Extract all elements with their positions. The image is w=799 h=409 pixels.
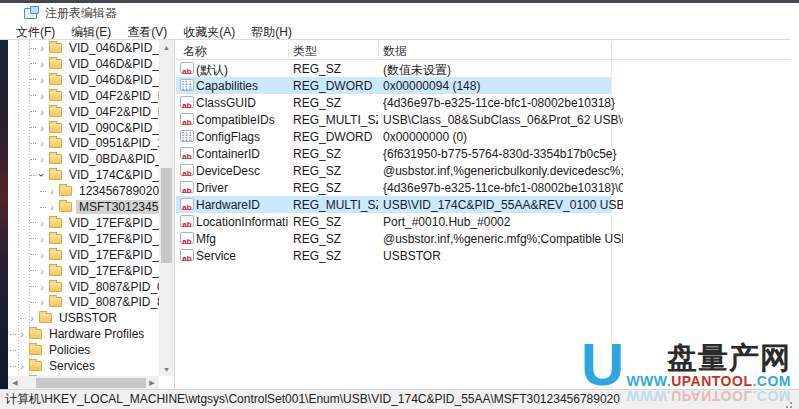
tree-item[interactable]: VID_0951&PID_168 <box>8 135 159 151</box>
tree-item[interactable]: VID_174C&PID_55A <box>8 167 159 183</box>
folder-icon <box>39 313 52 323</box>
column-header-data[interactable]: 数据 <box>383 43 407 60</box>
tree-item[interactable]: VID_046D&PID_C3 <box>8 72 159 88</box>
tree-expand-icon[interactable] <box>37 59 47 69</box>
tree-item[interactable]: Policies <box>8 342 159 358</box>
tree-item[interactable]: VID_17EF&PID_604 <box>8 263 159 279</box>
tree-expand-icon[interactable] <box>37 234 47 244</box>
tree-item[interactable]: VID_04F2&PID_B46 <box>8 88 159 104</box>
tree-expand-icon[interactable] <box>37 250 47 260</box>
table-row[interactable]: Driver REG_SZ {4d36e97b-e325-11ce-bfc1-0… <box>176 179 790 196</box>
tree-expand-icon[interactable] <box>47 186 57 196</box>
menu-help[interactable]: 帮助(H) <box>243 24 300 41</box>
column-separator[interactable] <box>288 42 289 58</box>
value-name: LocationInformati... <box>196 215 288 229</box>
value-name: Capabilities <box>196 79 288 93</box>
tree-expand-icon[interactable] <box>37 154 47 164</box>
folder-icon <box>49 154 62 164</box>
tree-item[interactable]: 123456789020 <box>8 183 159 199</box>
table-row[interactable]: (默认) REG_SZ (数值未设置) <box>176 60 790 77</box>
column-separator[interactable] <box>611 42 612 58</box>
panel-splitter[interactable] <box>174 40 175 389</box>
value-data: {4d36e97b-e325-11ce-bfc1-08002be10318} <box>383 96 623 110</box>
column-header-type[interactable]: 类型 <box>293 43 317 60</box>
value-type-icon <box>180 232 194 244</box>
tree-horizontal-scrollbar[interactable]: ◀ ▶ <box>8 376 159 390</box>
scroll-right-icon[interactable]: ▶ <box>145 376 159 390</box>
folder-icon <box>49 107 62 117</box>
folder-icon <box>29 361 42 371</box>
scroll-down-icon[interactable]: ▼ <box>159 362 174 376</box>
tree-expand-icon[interactable] <box>37 297 47 307</box>
value-type: REG_SZ <box>293 164 378 178</box>
table-row[interactable]: ClassGUID REG_SZ {4d36e97b-e325-11ce-bfc… <box>176 94 790 111</box>
tree-expand-icon[interactable] <box>17 329 27 339</box>
tree-expand-icon[interactable] <box>47 202 57 212</box>
tree-connector <box>30 222 36 223</box>
folder-icon <box>49 266 62 276</box>
tree-expand-icon[interactable] <box>37 138 47 148</box>
tree-vertical-scrollbar[interactable]: ▲ ▼ <box>159 40 174 376</box>
menu-favorites[interactable]: 收藏夹(A) <box>175 24 243 41</box>
folder-icon <box>49 297 62 307</box>
tree-expand-icon[interactable] <box>37 218 47 228</box>
tree-expand-icon[interactable] <box>27 313 37 323</box>
tree-item[interactable]: VID_046D&PID_C3 <box>8 40 159 56</box>
menu-edit[interactable]: 编辑(E) <box>63 24 119 41</box>
column-header-name[interactable]: 名称 <box>183 43 207 60</box>
value-type-icon <box>180 79 194 91</box>
menu-file[interactable]: 文件(F) <box>8 24 63 41</box>
title-bar[interactable]: 注册表编辑器 <box>0 3 799 24</box>
tree-expand-icon[interactable] <box>37 75 47 85</box>
table-row[interactable]: DeviceDesc REG_SZ @usbstor.inf,%genericb… <box>176 162 790 179</box>
value-type-icon <box>180 130 194 142</box>
tree-connector <box>30 111 36 112</box>
vertical-scroll-thumb[interactable] <box>161 168 172 263</box>
tree-item[interactable]: VID_04F2&PID_B46 <box>8 104 159 120</box>
table-row[interactable]: ConfigFlags REG_DWORD 0x00000000 (0) <box>176 128 790 145</box>
table-row[interactable]: HardwareID REG_MULTI_SZ USB\VID_174C&PID… <box>176 196 790 213</box>
folder-icon <box>49 170 62 180</box>
value-data: @usbstor.inf,%genericbulkonly.devicedesc… <box>383 164 623 178</box>
menu-view[interactable]: 查看(V) <box>119 24 175 41</box>
tree-connector <box>30 48 36 49</box>
tree-item[interactable]: VID_17EF&PID_604 <box>8 247 159 263</box>
tree-item[interactable]: VID_046D&PID_C3 <box>8 56 159 72</box>
tree-item-label: VID_04F2&PID_B46 <box>66 89 159 103</box>
value-data: 0x00000094 (148) <box>383 79 623 93</box>
tree-item[interactable]: VID_17EF&PID_604 <box>8 215 159 231</box>
tree-item[interactable]: VID_8087&PID_800 <box>8 294 159 310</box>
tree-item[interactable]: VID_090C&PID_100 <box>8 120 159 136</box>
tree-item[interactable]: Services <box>8 358 159 374</box>
scroll-left-icon[interactable]: ◀ <box>8 376 22 390</box>
tree-expand-icon[interactable] <box>37 266 47 276</box>
table-row[interactable]: Mfg REG_SZ @usbstor.inf,%generic.mfg%;Co… <box>176 230 790 247</box>
table-row[interactable]: LocationInformati... REG_SZ Port_#0010.H… <box>176 213 790 230</box>
tree-expand-icon[interactable] <box>37 123 47 133</box>
tree-expand-icon[interactable] <box>17 361 27 371</box>
table-row[interactable]: Service REG_SZ USBSTOR <box>176 247 790 264</box>
value-name: HardwareID <box>196 198 288 212</box>
tree-connector <box>40 191 46 192</box>
horizontal-scroll-thumb[interactable] <box>36 378 146 388</box>
value-type: REG_SZ <box>293 96 378 110</box>
column-separator[interactable] <box>378 42 379 58</box>
tree-item[interactable]: USBSTOR <box>8 310 159 326</box>
table-row[interactable]: CompatibleIDs REG_MULTI_SZ USB\Class_08&… <box>176 111 790 128</box>
scroll-up-icon[interactable]: ▲ <box>159 40 174 54</box>
tree-expand-icon[interactable] <box>37 107 47 117</box>
tree-expand-icon[interactable] <box>37 91 47 101</box>
tree-item[interactable]: MSFT30123456 <box>8 199 159 215</box>
tree-expand-icon[interactable] <box>37 282 47 292</box>
tree-expand-icon[interactable] <box>37 170 47 180</box>
value-type: REG_SZ <box>293 232 378 246</box>
tree-item[interactable]: VID_0BDA&PID_81 <box>8 151 159 167</box>
tree-expand-icon[interactable] <box>37 43 47 53</box>
table-row[interactable]: Capabilities REG_DWORD 0x00000094 (148) <box>176 77 790 94</box>
tree-item[interactable]: Hardware Profiles <box>8 326 159 342</box>
tree-item[interactable]: VID_17EF&PID_604 <box>8 231 159 247</box>
tree-item[interactable]: VID_8087&PID_07D <box>8 279 159 295</box>
value-type: REG_SZ <box>293 181 378 195</box>
folder-icon <box>49 91 62 101</box>
table-row[interactable]: ContainerID REG_SZ {6f631950-b775-5764-8… <box>176 145 790 162</box>
